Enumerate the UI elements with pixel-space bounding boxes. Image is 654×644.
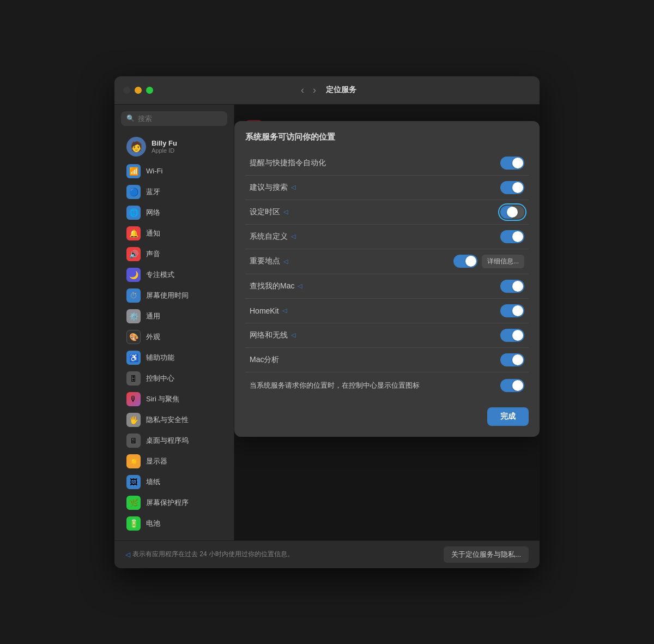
about-location-services-button[interactable]: 关于定位服务与隐私... (444, 546, 529, 563)
sidebar-label-desktop: 桌面与程序坞 (146, 436, 189, 446)
homekit-arrow-icon: ◁ (282, 307, 287, 314)
timezone-toggle[interactable] (500, 206, 524, 219)
significant-label-text: 重要地点 (250, 256, 280, 266)
sidebar-item-privacy[interactable]: 🖐 隐私与安全性 (118, 410, 231, 430)
user-name: Billy Fu (152, 139, 177, 147)
sidebar-label-appearance: 外观 (146, 332, 160, 342)
siri-icon: 🎙 (126, 392, 141, 406)
user-profile-item[interactable]: 🧑 Billy Fu Apple ID (118, 133, 231, 161)
sidebar-item-appearance[interactable]: 🎨 外观 (118, 327, 231, 347)
homekit-right (500, 304, 524, 317)
sidebar-item-display[interactable]: ☀️ 显示器 (118, 451, 231, 472)
user-info: Billy Fu Apple ID (152, 139, 177, 154)
appearance-icon: 🎨 (126, 330, 141, 344)
findmymac-label-text: 查找我的Mac (250, 281, 294, 291)
sidebar-item-battery[interactable]: 🔋 电池 (118, 513, 231, 534)
nav-buttons: ‹ › (298, 84, 319, 96)
sidebar-label-focus: 专注模式 (146, 270, 174, 280)
sidebar-item-control[interactable]: 🎛 控制中心 (118, 368, 231, 389)
service-label-significant: 重要地点 ◁ (250, 256, 288, 266)
sidebar-item-screentime[interactable]: ⏱ 屏幕使用时间 (118, 285, 231, 306)
sidebar: 🔍 🧑 Billy Fu Apple ID 📶 Wi-Fi 🔵 蓝牙 (114, 105, 234, 540)
significant-right: 详细信息... (453, 255, 524, 268)
service-label-network-wireless: 网络和无线 ◁ (250, 330, 295, 340)
control-icon: 🎛 (126, 371, 141, 386)
toggle-knob (512, 231, 523, 242)
sidebar-item-screensaver[interactable]: 🌿 屏幕保护程序 (118, 492, 231, 513)
service-row-reminders: 提醒与快捷指令自动化 (245, 151, 529, 176)
findmymac-arrow-icon: ◁ (298, 282, 302, 290)
sidebar-item-network[interactable]: 🌐 网络 (118, 202, 231, 223)
timezone-label-text: 设定时区 (250, 207, 280, 217)
homekit-toggle[interactable] (500, 304, 524, 317)
toggle-knob (512, 380, 523, 391)
timezone-right (500, 206, 524, 219)
back-button[interactable]: ‹ (298, 84, 307, 96)
network-wireless-toggle[interactable] (500, 329, 524, 342)
screentime-icon: ⏱ (126, 288, 141, 303)
toggle-knob (512, 330, 523, 341)
sidebar-item-siri[interactable]: 🎙 Siri 与聚焦 (118, 389, 231, 410)
sidebar-item-wallpaper[interactable]: 🖼 墙纸 (118, 472, 231, 492)
search-icon: 🔍 (126, 115, 135, 122)
maximize-button[interactable] (146, 87, 153, 94)
general-icon: ⚙️ (126, 309, 141, 323)
timezone-arrow-icon: ◁ (283, 208, 288, 215)
sidebar-label-screentime: 屏幕使用时间 (146, 291, 189, 300)
main-content: 🔍 🧑 Billy Fu Apple ID 📶 Wi-Fi 🔵 蓝牙 (114, 105, 540, 540)
sidebar-label-bluetooth: 蓝牙 (146, 187, 160, 197)
titlebar-center: ‹ › 定位服务 (298, 84, 356, 96)
location-icon-toggle[interactable] (500, 379, 524, 392)
toggle-knob (465, 256, 476, 267)
reminders-toggle[interactable] (500, 157, 524, 170)
findmymac-toggle[interactable] (500, 280, 524, 293)
titlebar: ‹ › 定位服务 (114, 76, 540, 105)
system-services-dialog: 系统服务可访问你的位置 提醒与快捷指令自动化 (234, 121, 540, 437)
sidebar-label-sound: 声音 (146, 249, 160, 259)
suggestions-label-text: 建议与搜索 (250, 183, 288, 192)
customization-toggle[interactable] (500, 230, 524, 243)
customization-right (500, 230, 524, 243)
sidebar-item-bluetooth[interactable]: 🔵 蓝牙 (118, 182, 231, 202)
traffic-lights (123, 87, 153, 94)
wallpaper-icon: 🖼 (126, 475, 141, 489)
reminders-right (500, 157, 524, 170)
significant-detail-button[interactable]: 详细信息... (482, 255, 524, 268)
service-label-reminders: 提醒与快捷指令自动化 (250, 158, 326, 168)
significant-toggle[interactable] (453, 255, 477, 268)
findmymac-right (500, 280, 524, 293)
close-button[interactable] (123, 87, 130, 94)
sidebar-label-privacy: 隐私与安全性 (146, 415, 189, 425)
notification-icon: 🔔 (126, 226, 141, 240)
sidebar-item-wifi[interactable]: 📶 Wi-Fi (118, 161, 231, 182)
avatar: 🧑 (126, 137, 146, 157)
service-label-suggestions: 建议与搜索 ◁ (250, 183, 295, 192)
sidebar-item-sound[interactable]: 🔊 声音 (118, 244, 231, 264)
analytics-right (500, 353, 524, 366)
service-label-analytics: Mac分析 (250, 355, 279, 365)
sidebar-item-desktop[interactable]: 🖥 桌面与程序坞 (118, 430, 231, 451)
sidebar-item-focus[interactable]: 🌙 专注模式 (118, 264, 231, 285)
sidebar-item-notification[interactable]: 🔔 通知 (118, 223, 231, 244)
service-label-findmymac: 查找我的Mac ◁ (250, 281, 302, 291)
done-button[interactable]: 完成 (487, 407, 529, 426)
bottom-note: ◁ 表示有应用程序在过去 24 小时内使用过你的位置信息。 (125, 550, 439, 559)
service-label-customization: 系统自定义 ◁ (250, 232, 295, 242)
window-title: 定位服务 (326, 85, 356, 95)
toggle-knob (512, 182, 523, 193)
location-icon-note-text: 当系统服务请求你的位置时，在控制中心显示位置图标 (250, 381, 420, 390)
privacy-icon: 🖐 (126, 413, 141, 427)
analytics-toggle[interactable] (500, 353, 524, 366)
minimize-button[interactable] (135, 87, 142, 94)
search-bar[interactable]: 🔍 (121, 111, 227, 126)
bluetooth-icon: 🔵 (126, 185, 141, 199)
sidebar-item-general[interactable]: ⚙️ 通用 (118, 306, 231, 327)
suggestions-toggle[interactable] (500, 181, 524, 194)
forward-button[interactable]: › (310, 84, 319, 96)
significant-arrow-icon: ◁ (283, 258, 288, 265)
suggestions-right (500, 181, 524, 194)
sidebar-item-accessibility[interactable]: ♿ 辅助功能 (118, 347, 231, 368)
search-input[interactable] (138, 115, 222, 123)
service-row-homekit: HomeKit ◁ (245, 299, 529, 323)
analytics-label-text: Mac分析 (250, 355, 279, 365)
